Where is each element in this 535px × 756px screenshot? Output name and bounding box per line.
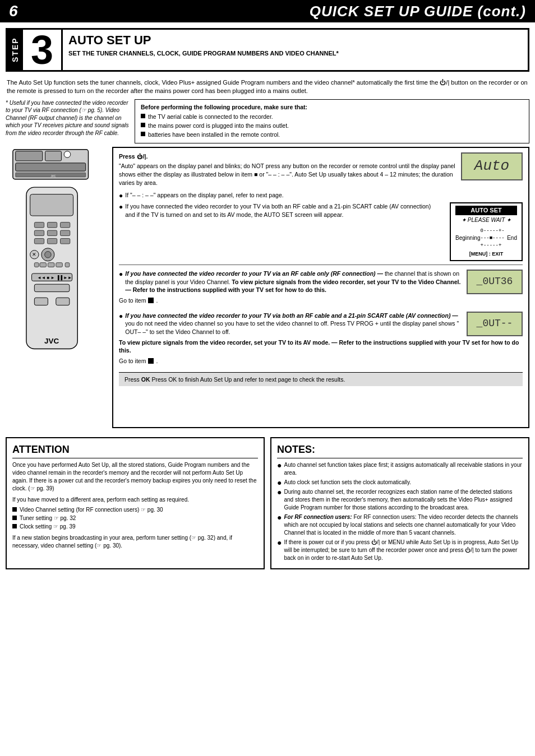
go-to-item-2: Go to item . <box>119 357 523 365</box>
progress-begin: Beginning <box>455 234 480 242</box>
svg-rect-30 <box>34 298 48 305</box>
svg-rect-4 <box>16 163 86 170</box>
item-square-icon-2 <box>148 358 154 364</box>
attention-bullet-text-2: Tuner setting ☞ pg. 32 <box>20 514 76 522</box>
svg-text:JVC: JVC <box>50 174 56 177</box>
lcd-display-out-2: _0UT-- <box>467 312 523 336</box>
instructions-column: Press ⏻/|. "Auto" appears on the display… <box>112 147 529 428</box>
bullet-dash-text: If "– – : – –" appears on the display pa… <box>125 191 283 200</box>
attention-bullet-2: Tuner setting ☞ pg. 32 <box>12 514 258 522</box>
bullet-scart-desc: If you have connected the video recorder… <box>125 202 440 219</box>
main-content: JVC ✕ <box>0 147 535 428</box>
scart-title: If you have connected the video recorder… <box>125 312 458 319</box>
svg-point-19 <box>45 251 52 258</box>
svg-text:◄◄  ■  ►  ▐▐  ►►: ◄◄ ■ ► ▐▐ ►► <box>37 275 72 280</box>
dot-icon-5: ● <box>277 539 282 546</box>
svg-rect-14 <box>61 230 70 236</box>
svg-rect-23 <box>48 262 54 267</box>
press-text: Press ⏻/|. <box>119 152 455 161</box>
svg-rect-22 <box>40 262 47 267</box>
note-text-4: For RF connection users: For RF connecti… <box>284 513 523 537</box>
svg-rect-12 <box>34 230 44 236</box>
scart-desc: you do not need the video channel so you… <box>125 320 329 327</box>
note-text-3: During auto channel set, the recorder re… <box>284 488 523 512</box>
attention-box: ATTENTION Once you have performed Auto S… <box>6 437 265 569</box>
auto-description: "Auto" appears on the display panel and … <box>119 162 455 187</box>
svg-rect-17 <box>61 238 70 244</box>
auto-set-title: AUTO SET <box>455 206 517 215</box>
scart-text: If you have connected the video recorder… <box>125 312 462 336</box>
step-subtitle: SET THE TUNER CHANNELS, CLOCK, GUIDE PRO… <box>68 50 522 57</box>
rf-bullet: ● If you have connected the video record… <box>119 270 462 294</box>
bullet-square-icon <box>141 132 145 136</box>
bullet-sq-icon-3 <box>12 524 17 528</box>
menu-exit-label: [MENU] : EXIT <box>455 251 517 258</box>
bullet-scart-text: ● If you have connected the video record… <box>119 202 440 261</box>
bullet-scart-row: ● If you have connected the video record… <box>119 202 523 261</box>
step-content: AUTO SET UP SET THE TUNER CHANNELS, CLOC… <box>63 30 528 70</box>
notes-box: NOTES: ● Auto channel set function takes… <box>270 437 529 569</box>
period-1: . <box>156 296 158 305</box>
rf-text: If you have connected the video recorder… <box>125 270 462 294</box>
checklist-item-2: the mains power cord is plugged into the… <box>141 122 523 130</box>
go-to-item-1: Go to item . <box>119 296 523 305</box>
attention-para-2: If you have moved to a different area, p… <box>12 496 258 504</box>
note-item-1: ● Auto channel set function takes place … <box>277 461 523 477</box>
attention-bullet-text-3: Clock setting ☞ pg. 39 <box>20 523 76 531</box>
rf-bullet-icon: ● <box>119 270 123 279</box>
bottom-section: ATTENTION Once you have performed Auto S… <box>0 432 535 575</box>
lcd-display-out-1: _0UT36 <box>467 270 523 294</box>
step-banner: STEP 3 AUTO SET UP SET THE TUNER CHANNEL… <box>6 28 529 72</box>
checklist-text-1: the TV aerial cable is connected to the … <box>148 113 273 121</box>
bullet-circle-icon: ● <box>119 191 123 201</box>
dot-icon-3: ● <box>277 488 282 496</box>
two-col-section: * Useful if you have connected the video… <box>0 99 535 143</box>
attention-title: ATTENTION <box>12 443 258 458</box>
svg-rect-11 <box>61 222 70 228</box>
rf-title: If you have connected the video recorder… <box>125 270 383 277</box>
svg-text:JVC: JVC <box>44 336 59 345</box>
auto-set-panel: AUTO SET ✦ PLEASE WAIT ✦ Beginning 0----… <box>450 202 523 261</box>
bullet-square-icon <box>141 114 145 118</box>
step-label: STEP <box>7 30 23 70</box>
instruction-top: Press ⏻/|. "Auto" appears on the display… <box>119 152 523 187</box>
lcd-display-auto: Auto <box>461 152 523 180</box>
note-text-1: Auto channel set function takes place fi… <box>284 461 523 477</box>
period-2: . <box>156 357 158 365</box>
bullet-circle-icon-2: ● <box>119 202 123 212</box>
item-square-icon-1 <box>148 298 154 303</box>
bullet-dash: ● If "– – : – –" appears on the display … <box>119 191 523 201</box>
svg-rect-10 <box>47 222 57 228</box>
go-to-text-2: Go to item <box>119 357 146 365</box>
checklist-text-2: the mains power cord is plugged into the… <box>148 122 289 130</box>
svg-rect-1 <box>16 151 43 160</box>
progress-bar-dashes: 0-----+----■----+-----+ <box>480 228 507 249</box>
right-note-box: Before performing the following procedur… <box>135 99 529 143</box>
press-label: Press ⏻/|. <box>119 153 147 160</box>
svg-rect-29 <box>34 284 70 291</box>
svg-rect-3 <box>64 151 71 157</box>
rf-section: _0UT36 ● If you have connected the video… <box>119 265 523 307</box>
note-item-3: ● During auto channel set, the recorder … <box>277 488 523 512</box>
attention-final: If a new station begins broadcasting in … <box>12 534 258 550</box>
press-ok-text: Press OK to finish Auto Set Up and refer… <box>151 376 345 383</box>
svg-text:✕: ✕ <box>32 252 36 257</box>
right-note-title: Before performing the following procedur… <box>141 103 523 112</box>
attention-bullet-1: Video Channel setting (for RF connection… <box>12 506 258 514</box>
dot-icon-4: ● <box>277 513 282 521</box>
checklist-item-3: batteries have been installed in the rem… <box>141 131 523 139</box>
svg-rect-31 <box>56 298 70 305</box>
bullet-sq-icon-2 <box>12 516 17 520</box>
svg-rect-13 <box>47 230 57 236</box>
dot-icon-1: ● <box>277 461 282 469</box>
dot-icon-2: ● <box>277 479 282 486</box>
step-number: 3 <box>23 30 63 70</box>
svg-rect-26 <box>65 262 70 267</box>
page-header: 6 QUICK SET UP GUIDE (cont.) <box>0 0 535 22</box>
progress-bar-row: Beginning 0-----+----■----+-----+ End <box>455 228 517 249</box>
progress-section: Beginning 0-----+----■----+-----+ End [M… <box>455 228 517 257</box>
device-column: JVC ✕ <box>6 147 107 428</box>
scart-section: _0UT-- ● If you have connected the video… <box>119 309 523 368</box>
note-item-4: ● For RF connection users: For RF connec… <box>277 513 523 537</box>
notes-title: NOTES: <box>277 443 523 458</box>
